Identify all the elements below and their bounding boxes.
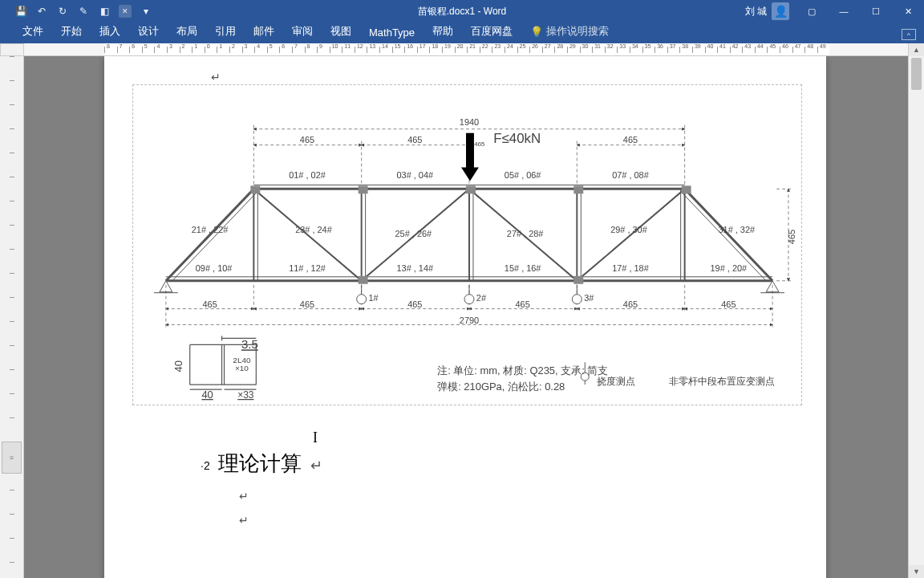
lightbulb-icon: 💡 — [530, 26, 543, 38]
svg-text:11# , 12#: 11# , 12# — [289, 263, 326, 273]
svg-text:弹模: 210GPa, 泊松比: 0.28: 弹模: 210GPa, 泊松比: 0.28 — [437, 381, 565, 393]
tab-mathtype[interactable]: MathType — [361, 23, 423, 43]
svg-text:27# , 28#: 27# , 28# — [507, 229, 545, 238]
user-name[interactable]: 刘 城 — [745, 5, 767, 18]
svg-text:13# , 14#: 13# , 14# — [397, 263, 435, 273]
tab-help[interactable]: 帮助 — [424, 21, 461, 43]
svg-text:465: 465 — [300, 299, 314, 309]
heading-2[interactable]: ·2 理论计算 ↵ — [201, 450, 322, 478]
svg-rect-27 — [359, 185, 368, 193]
tab-references[interactable]: 引用 — [207, 21, 244, 43]
dim-top: 1940 — [460, 117, 479, 127]
svg-rect-28 — [466, 185, 476, 193]
svg-rect-29 — [573, 185, 583, 193]
svg-text:465: 465 — [516, 299, 530, 309]
svg-text:40: 40 — [172, 360, 184, 372]
tab-file[interactable]: 文件 — [14, 21, 51, 43]
svg-text:3.5: 3.5 — [241, 337, 258, 351]
close-button[interactable]: ✕ — [892, 0, 924, 22]
svg-text:03# , 04#: 03# , 04# — [397, 170, 435, 180]
svg-rect-32 — [573, 276, 583, 284]
svg-text:15# , 16#: 15# , 16# — [505, 263, 542, 273]
svg-text:×33: ×33 — [237, 389, 254, 401]
svg-text:3#: 3# — [584, 293, 594, 303]
svg-text:非零杆中段布置应变测点: 非零杆中段布置应变测点 — [669, 376, 775, 387]
tab-design[interactable]: 设计 — [130, 21, 167, 43]
collapse-ribbon-icon[interactable]: ^ — [902, 29, 916, 40]
svg-text:465: 465 — [623, 135, 638, 144]
close-file-icon[interactable]: ✕ — [119, 5, 132, 18]
svg-text:465: 465 — [787, 230, 796, 244]
tab-view[interactable]: 视图 — [322, 21, 359, 43]
undo-icon[interactable]: ↶ — [35, 5, 48, 18]
svg-text:21# , 22#: 21# , 22# — [192, 225, 229, 234]
svg-text:17# , 18#: 17# , 18# — [612, 263, 650, 273]
truss-figure[interactable]: 1940 465 465 465 465 F≤40kN 01# , 02# 03… — [132, 84, 802, 405]
svg-text:1#: 1# — [369, 293, 379, 303]
eraser-icon[interactable]: ◧ — [98, 5, 111, 18]
svg-text:01# , 02#: 01# , 02# — [289, 170, 326, 180]
svg-text:465: 465 — [721, 299, 736, 309]
svg-text:465: 465 — [623, 299, 638, 309]
svg-text:注: 单位: mm, 材质: Q235, 支承: 简支: 注: 单位: mm, 材质: Q235, 支承: 简支 — [437, 364, 608, 377]
svg-text:23# , 24#: 23# , 24# — [295, 225, 333, 234]
ribbon-tabs: 文件 开始 插入 设计 布局 引用 邮件 审阅 视图 MathType 帮助 百… — [0, 22, 924, 43]
paragraph-mark: ↵ — [211, 71, 221, 83]
vertical-ruler[interactable]: ≡ — [0, 56, 24, 578]
svg-text:31# , 32#: 31# , 32# — [719, 225, 756, 234]
scrollbar-track[interactable] — [909, 56, 924, 565]
paragraph-mark: ↵ — [239, 514, 249, 527]
svg-text:19# , 20#: 19# , 20# — [711, 263, 748, 273]
paragraph-mark: ↵ — [310, 458, 322, 474]
scrollbar-thumb[interactable] — [911, 58, 922, 90]
vertical-scrollbar[interactable]: ▲ ▼ — [908, 43, 924, 578]
svg-text:465: 465 — [407, 135, 422, 144]
scroll-up-icon[interactable]: ▲ — [909, 43, 924, 56]
svg-point-66 — [572, 295, 582, 304]
quick-access-toolbar: 💾 ↶ ↻ ✎ ◧ ✕ ▾ — [0, 5, 152, 18]
svg-text:465: 465 — [300, 135, 314, 144]
navigation-thumb-icon[interactable]: ≡ — [2, 442, 22, 474]
redo-icon[interactable]: ↻ — [56, 5, 69, 18]
document-area[interactable]: ↵ — [24, 56, 908, 578]
title-bar: 💾 ↶ ↻ ✎ ◧ ✕ ▾ 苗银程.docx1 - Word 刘 城 👤 ▢ —… — [0, 0, 924, 22]
tab-home[interactable]: 开始 — [53, 21, 90, 43]
svg-text:465: 465 — [474, 140, 485, 148]
tab-review[interactable]: 审阅 — [284, 21, 321, 43]
svg-text:40: 40 — [201, 389, 213, 401]
svg-text:×10: ×10 — [235, 364, 249, 372]
svg-text:挠度测点: 挠度测点 — [597, 376, 635, 387]
page[interactable]: ↵ — [104, 56, 826, 578]
tell-me-search[interactable]: 💡 操作说明搜索 — [522, 21, 617, 43]
document-title: 苗银程.docx1 - Word — [418, 5, 506, 18]
tab-mailings[interactable]: 邮件 — [245, 21, 282, 43]
svg-text:465: 465 — [407, 299, 422, 309]
heading-text: 理论计算 — [218, 451, 302, 475]
save-icon[interactable]: 💾 — [14, 5, 27, 18]
svg-rect-30 — [682, 185, 691, 193]
svg-rect-26 — [250, 185, 260, 193]
paragraph-mark: ↵ — [239, 490, 249, 503]
svg-text:09# , 10#: 09# , 10# — [196, 263, 233, 273]
svg-text:07# , 08#: 07# , 08# — [612, 170, 650, 180]
heading-bullet: ·2 — [201, 459, 210, 472]
force-label: F≤40kN — [493, 131, 541, 146]
svg-rect-31 — [359, 276, 368, 284]
svg-text:2790: 2790 — [460, 315, 479, 325]
tab-layout[interactable]: 布局 — [168, 21, 205, 43]
scroll-down-icon[interactable]: ▼ — [909, 565, 924, 578]
minimize-button[interactable]: — — [828, 0, 860, 22]
user-avatar-icon[interactable]: 👤 — [772, 2, 789, 20]
ribbon-options-icon[interactable]: ▢ — [796, 0, 828, 22]
maximize-button[interactable]: ☐ — [860, 0, 892, 22]
touch-mode-icon[interactable]: ✎ — [77, 5, 90, 18]
svg-text:2#: 2# — [476, 293, 487, 303]
svg-text:05# , 06#: 05# , 06# — [505, 170, 542, 180]
horizontal-ruler[interactable]: 8765432101234567891011121314151617181920… — [24, 43, 908, 56]
text-cursor-icon: I — [313, 429, 318, 446]
qat-dropdown-icon[interactable]: ▾ — [140, 5, 152, 18]
tab-baidu[interactable]: 百度网盘 — [463, 21, 521, 43]
ruler-corner[interactable] — [0, 43, 24, 56]
tab-insert[interactable]: 插入 — [91, 21, 128, 43]
svg-rect-61 — [466, 133, 474, 169]
